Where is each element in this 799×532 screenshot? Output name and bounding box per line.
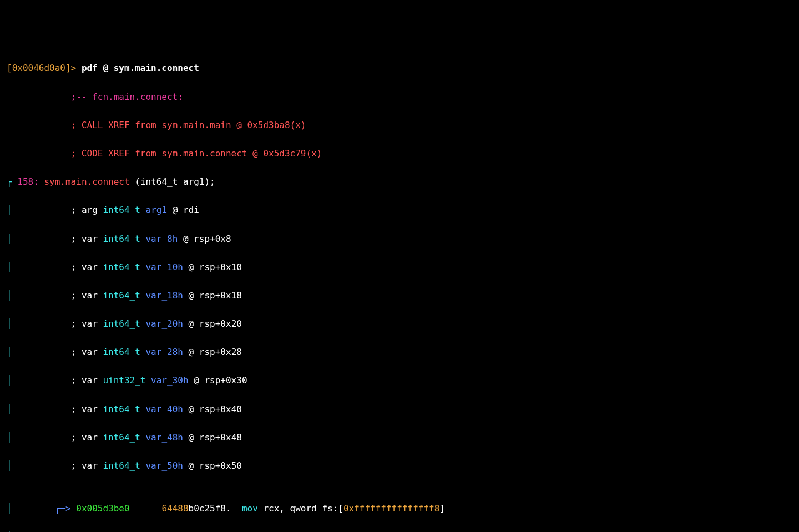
xref-code: ; CODE XREF from sym.main.connect @ 0x5d… xyxy=(7,146,792,161)
var-20h: │ ; var int64_t var_20h @ rsp+0x20 xyxy=(7,317,792,331)
var-8h: │ ; var int64_t var_8h @ rsp+0x8 xyxy=(7,232,792,246)
var-30h: │ ; var uint32_t var_30h @ rsp+0x30 xyxy=(7,373,792,388)
prompt-gt: > xyxy=(71,63,77,73)
var-28h: │ ; var int64_t var_28h @ rsp+0x28 xyxy=(7,345,792,359)
prompt-cmd: pdf @ sym.main.connect xyxy=(82,63,199,73)
var-48h: │ ; var int64_t var_48h @ rsp+0x48 xyxy=(7,430,792,445)
var-18h: │ ; var int64_t var_18h @ rsp+0x18 xyxy=(7,288,792,303)
function-signature: ┌ 158: sym.main.connect (int64_t arg1); xyxy=(7,175,792,189)
var-arg1: │ ; arg int64_t arg1 @ rdi xyxy=(7,203,792,217)
prompt-line[interactable]: [0x0046d0a0]> pdf @ sym.main.connect xyxy=(7,61,792,75)
prompt-addr: [0x0046d0a0] xyxy=(7,63,71,73)
var-40h: │ ; var int64_t var_40h @ rsp+0x40 xyxy=(7,402,792,417)
ins-cmp: │ ╎ 0x005d3be9 483b6110 cmp rsp, qword [… xyxy=(7,530,792,532)
var-10h: │ ; var int64_t var_10h @ rsp+0x10 xyxy=(7,260,792,275)
xref-call: ; CALL XREF from sym.main.main @ 0x5d3ba… xyxy=(7,118,792,133)
fcn-header: ;-- fcn.main.connect: xyxy=(7,90,792,104)
ins-mov-fs: │ ┌─> 0x005d3be0 64488b0c25f8. mov rcx, … xyxy=(7,501,792,516)
var-50h: │ ; var int64_t var_50h @ rsp+0x50 xyxy=(7,459,792,473)
